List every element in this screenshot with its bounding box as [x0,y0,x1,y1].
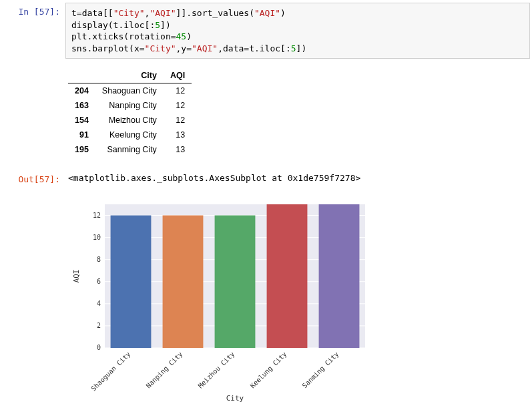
cell-city: Meizhou City [95,113,164,128]
cell-aqi: 13 [164,128,192,142]
blank-prompt-2 [0,191,65,407]
table-header-row: City AQI [68,68,192,83]
input-cell: In [57]: t=data[["City","AQI"]].sort_val… [0,0,530,61]
cell-city: Sanming City [95,142,164,157]
x-tick-label: Keelung City [249,351,288,390]
out-prompt: Out[57]: [0,170,65,186]
chart-output: 024681012Shaoguan CityNanping CityMeizho… [65,195,530,407]
y-tick-label: 10 [93,234,101,241]
y-tick-label: 2 [97,322,101,329]
dataframe-output-cell: City AQI 204Shaoguan City12163Nanping Ci… [0,61,530,168]
y-tick-label: 6 [97,278,101,285]
y-tick-label: 12 [93,212,101,219]
dataframe-table: City AQI 204Shaoguan City12163Nanping Ci… [68,68,192,157]
cell-city: Keelung City [95,128,164,142]
cell-aqi: 12 [164,83,192,99]
chart-output-cell: 024681012Shaoguan CityNanping CityMeizho… [0,188,530,410]
bar [163,216,204,348]
col-city: City [95,68,164,83]
repr-output-cell: Out[57]: <matplotlib.axes._subplots.Axes… [0,168,530,188]
bar [319,204,360,348]
table-row: 163Nanping City12 [68,98,192,113]
x-tick-label: Sanming City [301,351,340,390]
y-tick-label: 4 [97,300,101,307]
y-tick-label: 8 [97,256,101,263]
col-index [68,68,95,83]
row-index: 195 [68,142,95,157]
barplot: 024681012Shaoguan CityNanping CityMeizho… [68,198,375,405]
cell-aqi: 12 [164,113,192,128]
cell-aqi: 13 [164,142,192,157]
bar [111,216,152,348]
row-index: 154 [68,113,95,128]
y-axis-label: AQI [72,270,81,283]
dataframe-output: City AQI 204Shaoguan City12163Nanping Ci… [65,64,530,165]
cell-city: Nanping City [95,98,164,113]
table-row: 195Sanming City13 [68,142,192,157]
row-index: 163 [68,98,95,113]
table-row: 154Meizhou City12 [68,113,192,128]
bar [267,204,308,348]
row-index: 204 [68,83,95,99]
x-tick-label: Shaoguan City [89,351,131,393]
code-input[interactable]: t=data[["City","AQI"]].sort_values("AQI"… [65,3,530,59]
table-row: 91Keelung City13 [68,128,192,142]
row-index: 91 [68,128,95,142]
blank-prompt [0,64,65,165]
col-aqi: AQI [164,68,192,83]
y-tick-label: 0 [97,344,101,351]
x-tick-label: Nanping City [145,351,184,390]
cell-aqi: 12 [164,98,192,113]
repr-text: <matplotlib.axes._subplots.AxesSubplot a… [65,170,530,186]
table-row: 204Shaoguan City12 [68,83,192,99]
bar [215,216,256,348]
in-prompt: In [57]: [0,3,65,59]
cell-city: Shaoguan City [95,83,164,99]
x-axis-label: City [226,394,244,403]
x-tick-label: Meizhou City [197,351,236,390]
